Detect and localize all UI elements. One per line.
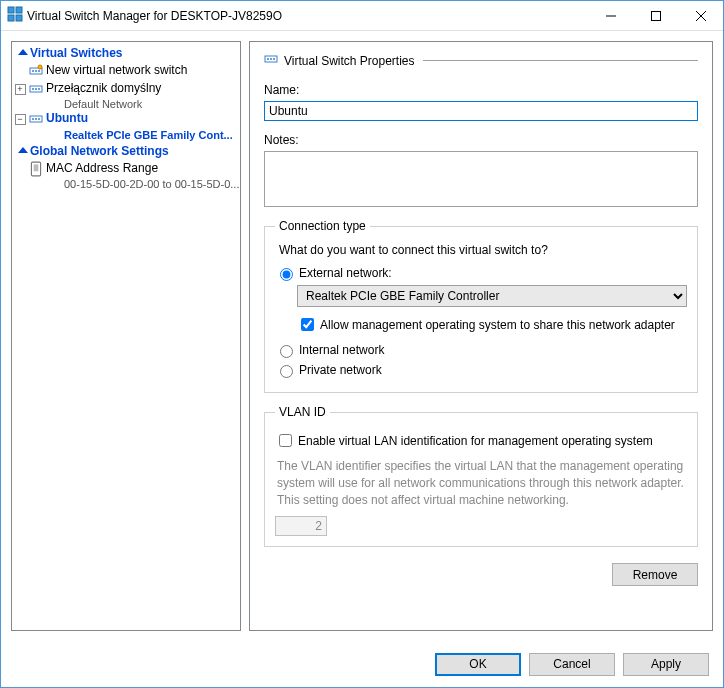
radio-private[interactable]: Private network	[275, 362, 687, 378]
cancel-button[interactable]: Cancel	[529, 653, 615, 676]
window: Virtual Switch Manager for DESKTOP-JV825…	[0, 0, 724, 688]
svg-point-21	[38, 118, 40, 120]
collapse-icon	[16, 144, 30, 158]
radio-private-input[interactable]	[280, 365, 293, 378]
svg-point-27	[270, 58, 272, 60]
panel-heading-row: Virtual Switch Properties	[264, 52, 698, 69]
vlan-legend: VLAN ID	[275, 405, 330, 419]
sidebar-group-label: Virtual Switches	[30, 46, 122, 60]
minimize-button[interactable]	[588, 1, 633, 30]
radio-internal-input[interactable]	[280, 345, 293, 358]
sidebar-item-mac-range[interactable]: MAC Address Range	[12, 160, 240, 178]
connection-hint: What do you want to connect this virtual…	[279, 243, 687, 257]
svg-rect-2	[8, 15, 14, 21]
collapse-icon	[16, 46, 30, 60]
radio-internal[interactable]: Internal network	[275, 342, 687, 358]
svg-rect-24	[34, 164, 39, 171]
radio-private-label: Private network	[299, 363, 382, 377]
tree-expander[interactable]: +	[12, 81, 28, 97]
sidebar-item-default-switch[interactable]: + Przełącznik domyślny	[12, 80, 240, 98]
vlan-enable-checkbox[interactable]	[279, 434, 292, 447]
adapter-dropdown[interactable]: Realtek PCIe GBE Family Controller	[297, 285, 687, 307]
sidebar-item-label: Ubuntu	[44, 111, 88, 125]
radio-external[interactable]: External network:	[275, 265, 687, 281]
close-button[interactable]	[678, 1, 723, 30]
sidebar-item-label: Przełącznik domyślny	[44, 81, 161, 95]
body: Virtual Switches New virtual network swi…	[1, 31, 723, 641]
svg-marker-8	[18, 49, 28, 55]
svg-point-13	[38, 65, 42, 69]
window-title: Virtual Switch Manager for DESKTOP-JV825…	[23, 9, 588, 23]
svg-point-17	[38, 88, 40, 90]
content-panel: Virtual Switch Properties Name: Notes: C…	[249, 41, 713, 631]
sidebar: Virtual Switches New virtual network swi…	[11, 41, 241, 631]
switch-icon	[264, 52, 278, 69]
svg-point-15	[32, 88, 34, 90]
maximize-button[interactable]	[633, 1, 678, 30]
radio-internal-label: Internal network	[299, 343, 384, 357]
switch-icon	[28, 111, 44, 127]
svg-point-26	[267, 58, 269, 60]
sidebar-item-label: New virtual network switch	[44, 63, 187, 77]
ok-button[interactable]: OK	[435, 653, 521, 676]
svg-point-16	[35, 88, 37, 90]
footer: OK Cancel Apply	[1, 641, 723, 687]
svg-rect-5	[651, 11, 660, 20]
svg-marker-22	[18, 147, 28, 153]
vlan-enable-row[interactable]: Enable virtual LAN identification for ma…	[275, 431, 687, 450]
svg-point-12	[38, 70, 40, 72]
allow-mgmt-label: Allow management operating system to sha…	[320, 318, 675, 332]
vlan-group: VLAN ID Enable virtual LAN identificatio…	[264, 405, 698, 547]
allow-mgmt-checkbox[interactable]	[301, 318, 314, 331]
connection-legend: Connection type	[275, 219, 370, 233]
notes-label: Notes:	[264, 133, 698, 147]
titlebar: Virtual Switch Manager for DESKTOP-JV825…	[1, 1, 723, 31]
radio-external-label: External network:	[299, 266, 392, 280]
switch-icon	[28, 81, 44, 97]
apply-button[interactable]: Apply	[623, 653, 709, 676]
vlan-id-input	[275, 516, 327, 536]
sidebar-item-sublabel: 00-15-5D-00-2D-00 to 00-15-5D-0...	[12, 178, 240, 190]
sidebar-group-label: Global Network Settings	[30, 144, 169, 158]
app-icon	[7, 6, 23, 25]
sidebar-item-ubuntu[interactable]: − Ubuntu	[12, 110, 240, 128]
svg-point-11	[35, 70, 37, 72]
name-label: Name:	[264, 83, 698, 97]
allow-mgmt-checkbox-row[interactable]: Allow management operating system to sha…	[297, 315, 687, 334]
radio-external-input[interactable]	[280, 268, 293, 281]
svg-point-19	[32, 118, 34, 120]
svg-rect-3	[16, 15, 22, 21]
sidebar-item-new-switch[interactable]: New virtual network switch	[12, 62, 240, 80]
vlan-enable-label: Enable virtual LAN identification for ma…	[298, 434, 653, 448]
svg-rect-1	[16, 7, 22, 13]
sidebar-group-virtual-switches[interactable]: Virtual Switches	[12, 44, 240, 62]
connection-type-group: Connection type What do you want to conn…	[264, 219, 698, 393]
tree-expander[interactable]: −	[12, 111, 28, 127]
sidebar-item-ubuntu-sub: Realtek PCIe GBE Family Cont...	[12, 128, 240, 142]
panel-heading: Virtual Switch Properties	[284, 54, 415, 68]
name-input[interactable]	[264, 101, 698, 121]
sidebar-group-global[interactable]: Global Network Settings	[12, 142, 240, 160]
svg-point-20	[35, 118, 37, 120]
sidebar-item-sublabel: Realtek PCIe GBE Family Cont...	[12, 129, 233, 141]
svg-point-10	[32, 70, 34, 72]
svg-point-28	[273, 58, 275, 60]
mac-icon	[28, 161, 44, 177]
remove-button[interactable]: Remove	[612, 563, 698, 586]
notes-input[interactable]	[264, 151, 698, 207]
sidebar-item-sublabel: Default Network	[12, 98, 240, 110]
svg-rect-0	[8, 7, 14, 13]
sidebar-item-label: MAC Address Range	[44, 161, 158, 175]
divider	[423, 60, 699, 61]
new-switch-icon	[28, 63, 44, 79]
vlan-description: The VLAN identifier specifies the virtua…	[277, 458, 685, 508]
